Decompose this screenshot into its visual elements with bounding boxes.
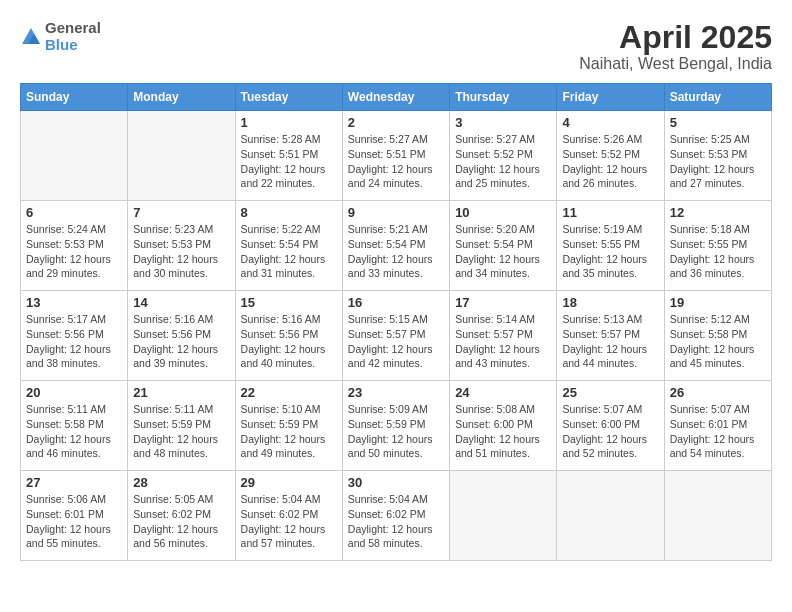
logo-blue: Blue <box>45 37 101 54</box>
day-info: Sunrise: 5:18 AM Sunset: 5:55 PM Dayligh… <box>670 222 766 281</box>
day-number: 8 <box>241 205 337 220</box>
day-info: Sunrise: 5:13 AM Sunset: 5:57 PM Dayligh… <box>562 312 658 371</box>
calendar-day-cell: 11Sunrise: 5:19 AM Sunset: 5:55 PM Dayli… <box>557 201 664 291</box>
calendar-week-row: 1Sunrise: 5:28 AM Sunset: 5:51 PM Daylig… <box>21 111 772 201</box>
day-info: Sunrise: 5:08 AM Sunset: 6:00 PM Dayligh… <box>455 402 551 461</box>
day-info: Sunrise: 5:12 AM Sunset: 5:58 PM Dayligh… <box>670 312 766 371</box>
day-info: Sunrise: 5:15 AM Sunset: 5:57 PM Dayligh… <box>348 312 444 371</box>
day-info: Sunrise: 5:04 AM Sunset: 6:02 PM Dayligh… <box>348 492 444 551</box>
calendar-day-cell: 22Sunrise: 5:10 AM Sunset: 5:59 PM Dayli… <box>235 381 342 471</box>
calendar-day-cell: 20Sunrise: 5:11 AM Sunset: 5:58 PM Dayli… <box>21 381 128 471</box>
day-number: 10 <box>455 205 551 220</box>
day-info: Sunrise: 5:05 AM Sunset: 6:02 PM Dayligh… <box>133 492 229 551</box>
calendar-day-cell: 12Sunrise: 5:18 AM Sunset: 5:55 PM Dayli… <box>664 201 771 291</box>
day-info: Sunrise: 5:16 AM Sunset: 5:56 PM Dayligh… <box>241 312 337 371</box>
calendar-day-cell: 29Sunrise: 5:04 AM Sunset: 6:02 PM Dayli… <box>235 471 342 561</box>
day-info: Sunrise: 5:25 AM Sunset: 5:53 PM Dayligh… <box>670 132 766 191</box>
day-number: 9 <box>348 205 444 220</box>
weekday-header: Thursday <box>450 84 557 111</box>
calendar-day-cell: 13Sunrise: 5:17 AM Sunset: 5:56 PM Dayli… <box>21 291 128 381</box>
day-info: Sunrise: 5:06 AM Sunset: 6:01 PM Dayligh… <box>26 492 122 551</box>
calendar-day-cell: 8Sunrise: 5:22 AM Sunset: 5:54 PM Daylig… <box>235 201 342 291</box>
day-info: Sunrise: 5:16 AM Sunset: 5:56 PM Dayligh… <box>133 312 229 371</box>
day-info: Sunrise: 5:21 AM Sunset: 5:54 PM Dayligh… <box>348 222 444 281</box>
location-title: Naihati, West Bengal, India <box>579 55 772 73</box>
calendar-day-cell: 1Sunrise: 5:28 AM Sunset: 5:51 PM Daylig… <box>235 111 342 201</box>
day-number: 25 <box>562 385 658 400</box>
calendar-day-cell: 2Sunrise: 5:27 AM Sunset: 5:51 PM Daylig… <box>342 111 449 201</box>
calendar-day-cell <box>128 111 235 201</box>
day-number: 18 <box>562 295 658 310</box>
day-number: 3 <box>455 115 551 130</box>
logo-general: General <box>45 20 101 37</box>
calendar-week-row: 20Sunrise: 5:11 AM Sunset: 5:58 PM Dayli… <box>21 381 772 471</box>
calendar-day-cell: 27Sunrise: 5:06 AM Sunset: 6:01 PM Dayli… <box>21 471 128 561</box>
calendar-table: SundayMondayTuesdayWednesdayThursdayFrid… <box>20 83 772 561</box>
calendar-day-cell: 19Sunrise: 5:12 AM Sunset: 5:58 PM Dayli… <box>664 291 771 381</box>
day-number: 29 <box>241 475 337 490</box>
calendar-day-cell: 26Sunrise: 5:07 AM Sunset: 6:01 PM Dayli… <box>664 381 771 471</box>
day-info: Sunrise: 5:11 AM Sunset: 5:58 PM Dayligh… <box>26 402 122 461</box>
day-info: Sunrise: 5:07 AM Sunset: 6:00 PM Dayligh… <box>562 402 658 461</box>
calendar-week-row: 13Sunrise: 5:17 AM Sunset: 5:56 PM Dayli… <box>21 291 772 381</box>
day-info: Sunrise: 5:23 AM Sunset: 5:53 PM Dayligh… <box>133 222 229 281</box>
day-number: 28 <box>133 475 229 490</box>
day-number: 1 <box>241 115 337 130</box>
calendar-day-cell: 17Sunrise: 5:14 AM Sunset: 5:57 PM Dayli… <box>450 291 557 381</box>
weekday-header: Sunday <box>21 84 128 111</box>
day-number: 7 <box>133 205 229 220</box>
calendar-day-cell: 21Sunrise: 5:11 AM Sunset: 5:59 PM Dayli… <box>128 381 235 471</box>
calendar-day-cell <box>450 471 557 561</box>
day-number: 19 <box>670 295 766 310</box>
calendar-day-cell: 7Sunrise: 5:23 AM Sunset: 5:53 PM Daylig… <box>128 201 235 291</box>
calendar-day-cell: 15Sunrise: 5:16 AM Sunset: 5:56 PM Dayli… <box>235 291 342 381</box>
calendar-day-cell <box>21 111 128 201</box>
calendar-day-cell <box>557 471 664 561</box>
day-number: 13 <box>26 295 122 310</box>
day-number: 14 <box>133 295 229 310</box>
calendar-day-cell <box>664 471 771 561</box>
day-number: 17 <box>455 295 551 310</box>
calendar-day-cell: 25Sunrise: 5:07 AM Sunset: 6:00 PM Dayli… <box>557 381 664 471</box>
day-number: 16 <box>348 295 444 310</box>
day-number: 11 <box>562 205 658 220</box>
day-number: 5 <box>670 115 766 130</box>
day-info: Sunrise: 5:28 AM Sunset: 5:51 PM Dayligh… <box>241 132 337 191</box>
calendar-day-cell: 5Sunrise: 5:25 AM Sunset: 5:53 PM Daylig… <box>664 111 771 201</box>
calendar-day-cell: 9Sunrise: 5:21 AM Sunset: 5:54 PM Daylig… <box>342 201 449 291</box>
day-info: Sunrise: 5:09 AM Sunset: 5:59 PM Dayligh… <box>348 402 444 461</box>
day-info: Sunrise: 5:14 AM Sunset: 5:57 PM Dayligh… <box>455 312 551 371</box>
day-info: Sunrise: 5:17 AM Sunset: 5:56 PM Dayligh… <box>26 312 122 371</box>
title-area: April 2025 Naihati, West Bengal, India <box>579 20 772 73</box>
calendar-day-cell: 23Sunrise: 5:09 AM Sunset: 5:59 PM Dayli… <box>342 381 449 471</box>
calendar-week-row: 6Sunrise: 5:24 AM Sunset: 5:53 PM Daylig… <box>21 201 772 291</box>
month-title: April 2025 <box>579 20 772 55</box>
day-number: 15 <box>241 295 337 310</box>
day-number: 20 <box>26 385 122 400</box>
calendar-day-cell: 16Sunrise: 5:15 AM Sunset: 5:57 PM Dayli… <box>342 291 449 381</box>
day-info: Sunrise: 5:10 AM Sunset: 5:59 PM Dayligh… <box>241 402 337 461</box>
calendar-header-row: SundayMondayTuesdayWednesdayThursdayFrid… <box>21 84 772 111</box>
day-info: Sunrise: 5:04 AM Sunset: 6:02 PM Dayligh… <box>241 492 337 551</box>
day-number: 21 <box>133 385 229 400</box>
day-number: 6 <box>26 205 122 220</box>
day-number: 30 <box>348 475 444 490</box>
day-info: Sunrise: 5:11 AM Sunset: 5:59 PM Dayligh… <box>133 402 229 461</box>
day-number: 27 <box>26 475 122 490</box>
day-number: 4 <box>562 115 658 130</box>
day-info: Sunrise: 5:27 AM Sunset: 5:52 PM Dayligh… <box>455 132 551 191</box>
logo-icon <box>20 26 42 48</box>
day-number: 26 <box>670 385 766 400</box>
day-info: Sunrise: 5:26 AM Sunset: 5:52 PM Dayligh… <box>562 132 658 191</box>
calendar-day-cell: 6Sunrise: 5:24 AM Sunset: 5:53 PM Daylig… <box>21 201 128 291</box>
weekday-header: Friday <box>557 84 664 111</box>
day-number: 24 <box>455 385 551 400</box>
day-number: 23 <box>348 385 444 400</box>
calendar-week-row: 27Sunrise: 5:06 AM Sunset: 6:01 PM Dayli… <box>21 471 772 561</box>
day-info: Sunrise: 5:22 AM Sunset: 5:54 PM Dayligh… <box>241 222 337 281</box>
calendar-day-cell: 18Sunrise: 5:13 AM Sunset: 5:57 PM Dayli… <box>557 291 664 381</box>
day-info: Sunrise: 5:24 AM Sunset: 5:53 PM Dayligh… <box>26 222 122 281</box>
calendar-day-cell: 4Sunrise: 5:26 AM Sunset: 5:52 PM Daylig… <box>557 111 664 201</box>
day-info: Sunrise: 5:19 AM Sunset: 5:55 PM Dayligh… <box>562 222 658 281</box>
day-info: Sunrise: 5:20 AM Sunset: 5:54 PM Dayligh… <box>455 222 551 281</box>
